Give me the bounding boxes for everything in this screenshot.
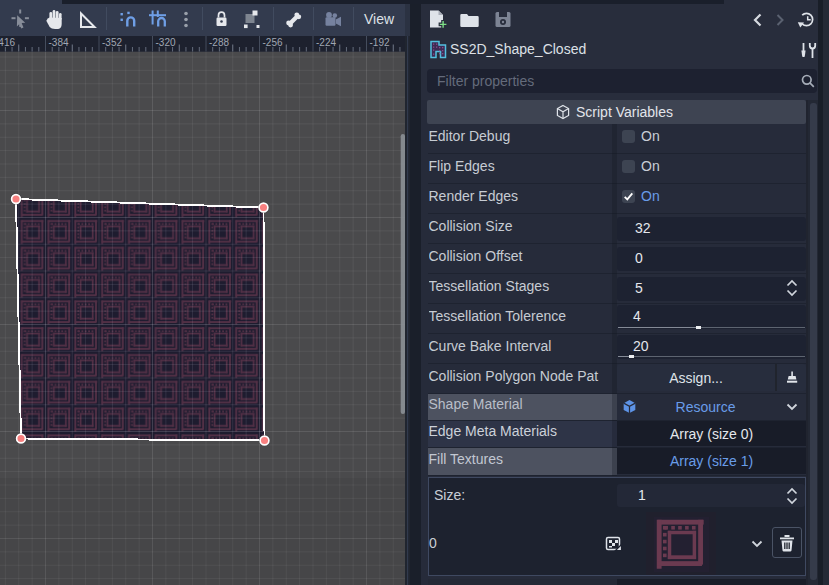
svg-text:-320: -320 xyxy=(156,37,176,48)
svg-text:-288: -288 xyxy=(209,37,229,48)
svg-text:-416: -416 xyxy=(0,37,15,48)
svg-text:-224: -224 xyxy=(316,37,336,48)
svg-text:-192: -192 xyxy=(370,37,390,48)
svg-text:-256: -256 xyxy=(263,37,283,48)
svg-text:-384: -384 xyxy=(49,37,69,48)
svg-text:-352: -352 xyxy=(102,37,122,48)
